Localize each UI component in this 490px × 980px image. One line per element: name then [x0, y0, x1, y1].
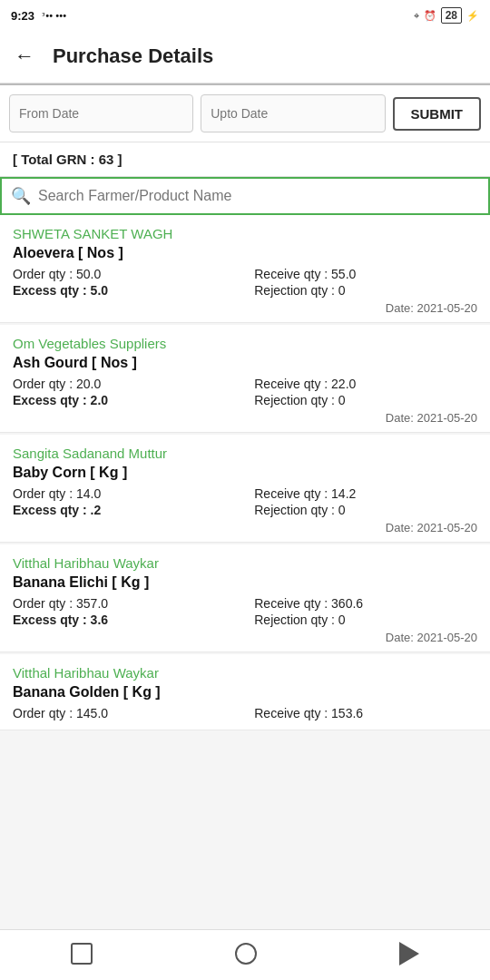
qty-row-1: Order qty : 50.0 Receive qty : 55.0: [13, 267, 477, 281]
purchase-card: Vitthal Haribhau Waykar Banana Elichi [ …: [0, 544, 490, 652]
nav-triangle-icon[interactable]: [399, 942, 419, 968]
qty-row-2: Excess qty : 2.0 Rejection qty : 0: [13, 393, 477, 407]
back-button[interactable]: ←: [15, 44, 34, 68]
charging-icon: ⚡: [466, 10, 479, 22]
rejection-qty: Rejection qty : 0: [254, 283, 477, 298]
nav-circle-icon[interactable]: [235, 943, 257, 967]
purchase-card: SHWETA SANKET WAGH Aloevera [ Nos ] Orde…: [0, 215, 490, 323]
receive-qty: Receive qty : 22.0: [254, 377, 477, 391]
receive-qty: Receive qty : 55.0: [254, 267, 477, 281]
farmer-name: SHWETA SANKET WAGH: [13, 226, 477, 241]
order-qty: Order qty : 20.0: [13, 377, 236, 391]
product-name: Ash Gourd [ Nos ]: [13, 355, 477, 371]
rejection-qty: Rejection qty : 0: [254, 503, 477, 517]
purchase-card: Sangita Sadanand Muttur Baby Corn [ Kg ]…: [0, 435, 490, 543]
receive-qty: Receive qty : 14.2: [254, 486, 477, 501]
purchase-list: SHWETA SANKET WAGH Aloevera [ Nos ] Orde…: [0, 215, 490, 730]
upto-date-input[interactable]: [201, 94, 385, 132]
qty-row-1: Order qty : 357.0 Receive qty : 360.6: [13, 596, 477, 611]
order-qty: Order qty : 14.0: [13, 486, 236, 501]
battery-display: 28: [441, 7, 462, 24]
bottom-nav: [0, 929, 490, 980]
from-date-input[interactable]: [9, 94, 193, 132]
purchase-card: Vitthal Haribhau Waykar Banana Golden [ …: [0, 654, 490, 730]
total-grn-label: [ Total GRN : 63 ]: [0, 142, 490, 177]
farmer-name: Sangita Sadanand Muttur: [13, 446, 477, 461]
purchase-date: Date: 2021-05-20: [13, 411, 477, 425]
qty-row-2: Excess qty : 3.6 Rejection qty : 0: [13, 612, 477, 627]
rejection-qty: Rejection qty : 0: [254, 393, 477, 407]
purchase-date: Date: 2021-05-20: [13, 631, 477, 644]
qty-row-1: Order qty : 14.0 Receive qty : 14.2: [13, 486, 477, 501]
location-icon: ⌖: [414, 10, 419, 22]
order-qty: Order qty : 357.0: [13, 596, 236, 611]
header: ← Purchase Details: [0, 29, 490, 83]
receive-qty: Receive qty : 153.6: [254, 706, 477, 720]
purchase-card: Om Vegetables Suppliers Ash Gourd [ Nos …: [0, 325, 490, 433]
purchase-date: Date: 2021-05-20: [13, 301, 477, 315]
excess-qty: Excess qty : .2: [13, 503, 236, 517]
status-time: 9:23 ᵌ⦁⦁ ⦁⦁⦁: [11, 9, 66, 23]
farmer-name: Om Vegetables Suppliers: [13, 336, 477, 351]
excess-qty: Excess qty : 2.0: [13, 393, 236, 407]
page-title: Purchase Details: [53, 44, 213, 68]
main-content: SUBMIT [ Total GRN : 63 ] 🔍 SHWETA SANKE…: [0, 83, 490, 787]
alarm-icon: ⏰: [424, 10, 436, 22]
receive-qty: Receive qty : 360.6: [254, 596, 477, 611]
nav-square-icon[interactable]: [71, 943, 93, 967]
search-icon: 🔍: [11, 186, 31, 206]
rejection-qty: Rejection qty : 0: [254, 612, 477, 627]
qty-row-2: Excess qty : .2 Rejection qty : 0: [13, 503, 477, 517]
product-name: Aloevera [ Nos ]: [13, 245, 477, 261]
order-qty: Order qty : 50.0: [13, 267, 236, 281]
status-bar: 9:23 ᵌ⦁⦁ ⦁⦁⦁ ⌖ ⏰ 28 ⚡: [0, 0, 490, 29]
purchase-date: Date: 2021-05-20: [13, 521, 477, 534]
excess-qty: Excess qty : 3.6: [13, 612, 236, 627]
status-right-icons: ⌖ ⏰ 28 ⚡: [414, 7, 479, 24]
product-name: Baby Corn [ Kg ]: [13, 465, 477, 481]
farmer-name: Vitthal Haribhau Waykar: [13, 555, 477, 571]
qty-row-1: Order qty : 145.0 Receive qty : 153.6: [13, 706, 477, 720]
excess-qty: Excess qty : 5.0: [13, 283, 236, 298]
product-name: Banana Golden [ Kg ]: [13, 684, 477, 701]
order-qty: Order qty : 145.0: [13, 706, 236, 720]
farmer-name: Vitthal Haribhau Waykar: [13, 665, 477, 681]
time-display: 9:23: [11, 9, 34, 23]
qty-row-2: Excess qty : 5.0 Rejection qty : 0: [13, 283, 477, 298]
filter-row: SUBMIT: [0, 83, 490, 142]
qty-row-1: Order qty : 20.0 Receive qty : 22.0: [13, 377, 477, 391]
signal-icons: ᵌ⦁⦁ ⦁⦁⦁: [42, 10, 66, 22]
submit-button[interactable]: SUBMIT: [393, 97, 482, 131]
search-bar: 🔍: [0, 177, 490, 215]
search-input[interactable]: [38, 188, 479, 204]
product-name: Banana Elichi [ Kg ]: [13, 574, 477, 591]
